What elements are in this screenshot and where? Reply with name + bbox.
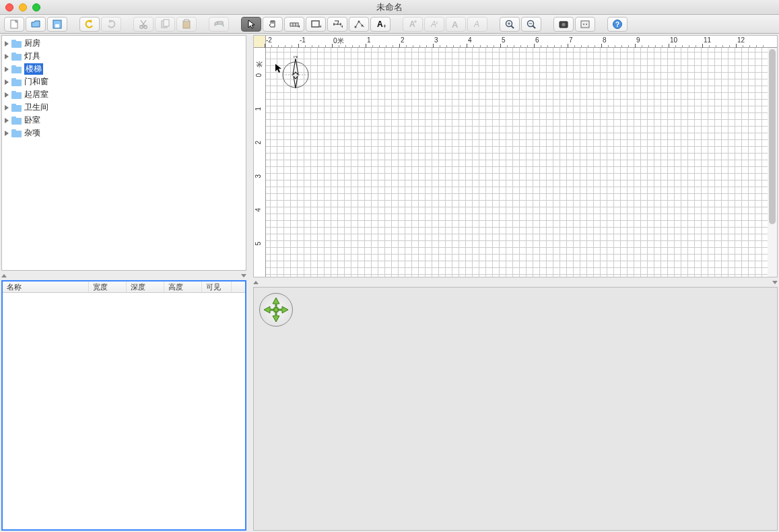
svg-rect-6: [164, 20, 169, 26]
help-button[interactable]: ?: [607, 17, 628, 32]
select-button[interactable]: [241, 17, 261, 32]
svg-text:+: +: [319, 24, 321, 30]
folder-icon: [11, 65, 22, 73]
furniture-table[interactable]: 名称宽度深度高度可见: [1, 280, 246, 531]
svg-rect-8: [184, 20, 189, 22]
svg-text:+: +: [341, 24, 343, 30]
v-tick: 2: [255, 141, 262, 145]
compass-icon[interactable]: N: [279, 56, 312, 88]
h-tick: -2: [266, 36, 272, 44]
zoom-out-button[interactable]: [521, 17, 541, 32]
v-tick: 3: [255, 174, 262, 178]
redo-button[interactable]: [101, 17, 121, 32]
plan-vertical-scrollbar[interactable]: [768, 48, 777, 277]
h-tick: 10: [670, 36, 677, 44]
titlebar: 未命名: [0, 0, 779, 15]
catalog-folder[interactable]: 厨房: [2, 37, 246, 50]
svg-text:?: ?: [615, 21, 619, 28]
h-tick: 7: [569, 36, 573, 44]
paste-button[interactable]: [176, 17, 197, 32]
3d-view[interactable]: [253, 287, 778, 531]
disclosure-icon[interactable]: [5, 41, 9, 46]
catalog-folder[interactable]: 卫生间: [2, 101, 246, 114]
svg-rect-14: [312, 21, 319, 27]
h-tick: 12: [737, 36, 745, 44]
right-splitter[interactable]: [252, 279, 779, 286]
disclosure-icon[interactable]: [5, 79, 9, 85]
disclosure-icon[interactable]: [5, 131, 9, 136]
horizontal-ruler: -2-10米123456789101112: [266, 36, 777, 48]
column-name[interactable]: 名称: [3, 281, 89, 292]
disclosure-icon[interactable]: [5, 92, 9, 98]
v-tick: 0米: [255, 73, 264, 77]
column-width[interactable]: 宽度: [89, 281, 127, 292]
cursor-icon: [275, 64, 282, 73]
create-wall-button[interactable]: +: [284, 17, 304, 32]
left-splitter[interactable]: [0, 272, 248, 279]
create-polyline-button[interactable]: +: [349, 17, 369, 32]
plan-canvas[interactable]: -2-10米123456789101112 0米12345 N: [253, 35, 778, 277]
h-tick: 2: [401, 36, 405, 44]
column-visible[interactable]: 可见: [202, 281, 232, 292]
furniture-catalog-tree[interactable]: 厨房灯具楼梯门和窗起居室卫生间卧室杂项: [1, 35, 246, 271]
folder-label: 卫生间: [24, 102, 48, 113]
text-bold-button[interactable]: A: [403, 17, 423, 32]
catalog-folder[interactable]: 灯具: [2, 50, 246, 63]
folder-label: 门和窗: [24, 76, 48, 88]
v-tick: 5: [255, 242, 262, 246]
create-dimension-button[interactable]: +: [327, 17, 347, 32]
disclosure-icon[interactable]: [5, 67, 9, 72]
svg-text:A: A: [452, 20, 459, 30]
undo-button[interactable]: [79, 17, 100, 32]
catalog-folder[interactable]: 杂项: [2, 127, 246, 139]
text-italic-button[interactable]: A: [424, 17, 444, 32]
catalog-folder[interactable]: 卧室: [2, 114, 246, 127]
preferences-button[interactable]: [575, 17, 595, 32]
disclosure-icon[interactable]: [5, 118, 9, 123]
folder-icon: [11, 78, 22, 86]
vertical-ruler: 0米12345: [254, 48, 266, 277]
folder-label: 楼梯: [24, 63, 43, 75]
v-tick: 4: [255, 208, 262, 212]
h-tick: 9: [636, 36, 640, 44]
text-increase-button[interactable]: A: [446, 17, 466, 32]
folder-icon: [11, 104, 22, 112]
pan-button[interactable]: [263, 17, 283, 32]
folder-icon: [11, 129, 22, 137]
catalog-folder[interactable]: 门和窗: [2, 75, 246, 88]
catalog-folder[interactable]: 起居室: [2, 88, 246, 101]
h-tick: 8: [603, 36, 607, 44]
folder-label: 杂项: [24, 127, 40, 139]
create-room-button[interactable]: +: [306, 17, 326, 32]
v-tick: 1: [255, 107, 262, 111]
catalog-folder[interactable]: 楼梯: [2, 63, 246, 75]
text-decrease-button[interactable]: A: [467, 17, 487, 32]
svg-text:A: A: [377, 20, 383, 29]
disclosure-icon[interactable]: [5, 105, 9, 110]
disclosure-icon[interactable]: [5, 54, 9, 59]
window-title: 未命名: [0, 1, 779, 13]
new-button[interactable]: [4, 17, 24, 32]
column-depth[interactable]: 深度: [127, 281, 164, 292]
zoom-in-button[interactable]: [500, 17, 520, 32]
h-tick: 0米: [333, 36, 344, 46]
h-tick: 11: [704, 36, 711, 44]
folder-icon: [11, 91, 22, 99]
save-button[interactable]: [47, 17, 67, 32]
3d-nav-widget[interactable]: [259, 293, 293, 327]
h-tick: 3: [434, 36, 438, 44]
add-furniture-button[interactable]: +: [209, 17, 229, 32]
column-height[interactable]: 高度: [164, 281, 202, 292]
photo-button[interactable]: [553, 17, 574, 32]
open-button[interactable]: [26, 17, 46, 32]
h-tick: -1: [300, 36, 306, 44]
cut-button[interactable]: [133, 17, 154, 32]
svg-line-28: [511, 26, 514, 28]
svg-text:+: +: [383, 23, 386, 30]
svg-point-37: [583, 24, 584, 25]
svg-text:+: +: [222, 22, 224, 29]
create-text-button[interactable]: A+: [370, 17, 391, 32]
grid: [266, 48, 777, 277]
copy-button[interactable]: [155, 17, 175, 32]
h-tick: 1: [367, 36, 371, 44]
